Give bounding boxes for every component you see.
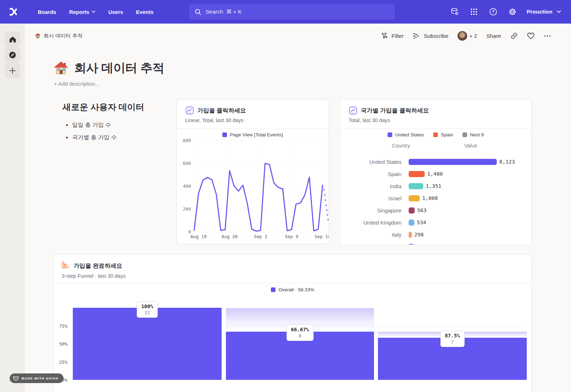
- project-name: Prouction: [527, 9, 552, 15]
- legend-label: Spain: [441, 132, 453, 137]
- share-button[interactable]: Share: [486, 33, 501, 39]
- table-row[interactable]: Israel1,008: [340, 192, 531, 204]
- value-bar: [409, 220, 414, 226]
- nav-item-label: Boards: [38, 9, 56, 15]
- filter-button[interactable]: Filter: [381, 32, 404, 40]
- country-label: United Kingdom: [340, 220, 401, 226]
- sidebar-discover-button[interactable]: [5, 47, 20, 63]
- value-bar: [409, 159, 497, 165]
- more-menu-button[interactable]: [544, 35, 551, 37]
- nav-item-users[interactable]: Users: [103, 5, 128, 19]
- table-row[interactable]: Spain1,480: [340, 168, 531, 180]
- made-with-gifox-badge[interactable]: MADE WITH GIFOX: [10, 373, 64, 383]
- sidebar-add-button[interactable]: [5, 63, 20, 79]
- nav-item-reports[interactable]: Reports: [64, 5, 101, 19]
- legend-swatch: [463, 132, 467, 137]
- legend-item[interactable]: Spain: [433, 132, 453, 137]
- nav-item-label: Events: [136, 9, 153, 15]
- country-label: Israel: [340, 195, 401, 201]
- bar-chart-rows: United States8,123Spain1,480India1,351Is…: [340, 156, 531, 245]
- legend-item[interactable]: Page View [Total Events]: [222, 132, 283, 137]
- legend-item[interactable]: Next 9: [463, 132, 484, 137]
- collaborators[interactable]: + 2: [458, 31, 477, 41]
- nav-item-label: Users: [108, 9, 123, 15]
- fox-icon: [13, 376, 19, 381]
- top-nav: BoardsReportsUsersEvents: [0, 0, 571, 24]
- link-icon: [510, 32, 518, 40]
- report-title[interactable]: 국가별 가입을 클릭하세요: [361, 107, 429, 115]
- search-input[interactable]: [206, 9, 389, 15]
- collaborators-count: + 2: [469, 33, 477, 39]
- help-icon[interactable]: ?: [486, 5, 500, 19]
- chevron-down-icon: [557, 10, 561, 13]
- sidebar-home-button[interactable]: [5, 31, 20, 47]
- favorite-button[interactable]: [527, 32, 535, 39]
- report-title[interactable]: 가입을 클릭하세요: [197, 107, 246, 115]
- compass-icon: [9, 51, 16, 59]
- svg-text:Sep 16: Sep 16: [314, 234, 329, 239]
- funnel-chart-card: 가입을 완료하세요 3-step Funnel · last 30 days O…: [54, 254, 532, 392]
- share-label: Share: [486, 33, 501, 39]
- svg-text:Sep 9: Sep 9: [285, 234, 298, 239]
- breadcrumb-label: 회사 데이터 추적: [44, 32, 83, 39]
- table-row[interactable]: India1,351: [340, 180, 531, 192]
- bar-chart-card: 국가별 가입을 클릭하세요 Total, last 30 days United…: [340, 100, 532, 245]
- table-row[interactable]: Italy298: [340, 228, 531, 241]
- project-switcher[interactable]: Prouction: [525, 6, 563, 18]
- bullet-dot: [66, 137, 68, 139]
- house-emoji-icon: [35, 33, 41, 39]
- add-description-button[interactable]: + Add description...: [54, 81, 100, 87]
- conversion-percent: 100%: [141, 303, 153, 309]
- filter-funnel-icon: [381, 32, 388, 40]
- divider: [177, 129, 329, 129]
- country-label: Singapore: [340, 207, 401, 213]
- nav-item-label: Reports: [69, 9, 90, 15]
- bullet-text: 국가별 총 가입 수: [72, 134, 117, 141]
- nav-item-boards[interactable]: Boards: [33, 5, 61, 19]
- svg-text:200: 200: [183, 206, 191, 212]
- mixpanel-logo-icon[interactable]: [9, 7, 19, 17]
- country-label: United States: [340, 159, 401, 165]
- conversion-count: 7: [445, 339, 460, 345]
- apps-grid-icon[interactable]: [467, 5, 481, 19]
- subscribe-label: Subscribe: [424, 33, 448, 39]
- bullet-dot: [66, 124, 68, 126]
- svg-text:Aug 26: Aug 26: [222, 234, 238, 239]
- filter-label: Filter: [391, 33, 404, 39]
- table-row[interactable]: Singapore563: [340, 204, 531, 216]
- value-label: 534: [417, 220, 426, 225]
- legend-label: Next 9: [470, 132, 484, 137]
- breadcrumb[interactable]: 회사 데이터 추적: [35, 32, 83, 39]
- bar-chart-legend: United StatesSpainNext 9: [340, 132, 531, 137]
- text-widget-bullets: 일일 총 가입 수 국가별 총 가입 수: [62, 121, 144, 141]
- table-row[interactable]: United States8,123: [340, 156, 531, 168]
- value-label: 298: [414, 232, 424, 237]
- board-toolbar: 회사 데이터 추적 Filter Subscribe + 2: [25, 24, 571, 48]
- toolbar-actions: Filter Subscribe + 2 Share: [381, 24, 551, 48]
- svg-text:800: 800: [183, 138, 191, 143]
- copy-link-button[interactable]: [510, 32, 518, 40]
- legend-item[interactable]: United States: [388, 132, 424, 137]
- legend-label: Page View [Total Events]: [230, 132, 283, 137]
- nav-item-events[interactable]: Events: [131, 5, 158, 19]
- settings-gear-icon[interactable]: [505, 5, 520, 19]
- conversion-percent: 66.67%: [291, 327, 309, 332]
- plus-icon: [9, 67, 16, 74]
- value-bar: [409, 195, 420, 201]
- subscribe-button[interactable]: Subscribe: [413, 32, 448, 40]
- country-label: Italy: [340, 232, 401, 238]
- svg-text:600: 600: [183, 161, 191, 166]
- value-bar: [409, 171, 425, 177]
- legend-swatch: [388, 132, 392, 137]
- funnel-bar[interactable]: [73, 308, 222, 380]
- bullet-text: 일일 총 가입 수: [72, 121, 111, 129]
- gifox-label: MADE WITH GIFOX: [21, 376, 59, 380]
- table-row[interactable]: United Kingdom534: [340, 216, 531, 228]
- value-bar: [409, 244, 414, 245]
- data-management-icon[interactable]: [448, 5, 462, 19]
- app-root: BoardsReportsUsersEvents: [0, 0, 571, 392]
- search-bar[interactable]: [189, 4, 395, 20]
- funnel-plot: 0%25%50%75%100%1266.67%887.5%7: [54, 255, 531, 392]
- line-chart-card: 가입을 클릭하세요 Linear, Total, last 30 days Pa…: [176, 100, 329, 244]
- search-icon: [195, 9, 201, 15]
